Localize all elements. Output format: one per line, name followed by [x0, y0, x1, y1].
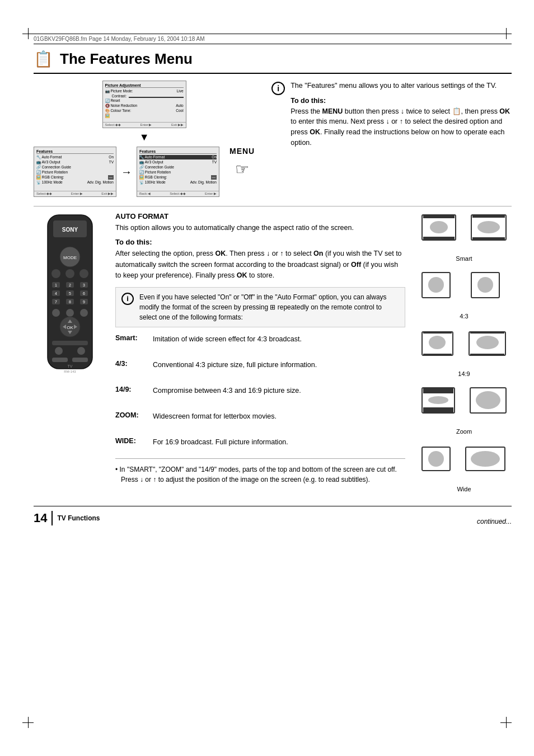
svg-text:OK: OK: [67, 325, 73, 330]
svg-text:9: 9: [83, 300, 85, 304]
down-arrow-1: ▼: [139, 132, 149, 143]
svg-point-36: [55, 347, 63, 355]
svg-point-51: [428, 277, 444, 293]
zoom-svg: [421, 385, 508, 427]
smart-svg: [421, 212, 508, 254]
format-desc-43: Conventional 4:3 picture size, full pict…: [153, 359, 405, 370]
crosshair-bl: [22, 717, 34, 728]
menu-label: MENU: [229, 147, 255, 156]
crosshair-br: [500, 717, 512, 728]
zoom-label: Zoom: [456, 428, 472, 435]
format-row-zoom: ZOOM: Widescreen format for letterbox mo…: [115, 410, 405, 427]
svg-text:RM-143: RM-143: [64, 370, 76, 373]
svg-text:SONY: SONY: [62, 227, 78, 233]
info-icon: i: [271, 82, 285, 95]
auto-format-heading: AUTO FORMAT: [115, 212, 405, 220]
svg-point-65: [428, 396, 448, 404]
screen-title-1: Picture Adjustment: [105, 83, 184, 88]
format-row-smart: Smart: Imitation of wide screen effect f…: [115, 333, 405, 350]
page: 01GBKV29FQ86B.fm Page 14 Monday, Februar…: [0, 0, 534, 756]
page-number: 14: [34, 511, 53, 525]
format-row-wide: WIDE: For 16:9 broadcast. Full picture i…: [115, 436, 405, 453]
features-screen-left: Features 🔧 Auto FormatOn 📺 AV3 OutputTV …: [34, 147, 116, 197]
svg-text:2: 2: [69, 283, 71, 287]
svg-rect-48: [472, 237, 505, 240]
format-img-43: 4:3: [416, 270, 512, 320]
format-img-zoom: Zoom: [416, 385, 512, 435]
svg-text:7: 7: [55, 300, 57, 304]
svg-rect-60: [470, 354, 504, 355]
svg-rect-59: [470, 332, 504, 334]
svg-text:8: 8: [69, 300, 71, 304]
svg-rect-44: [423, 237, 455, 240]
svg-point-7: [79, 269, 88, 278]
press-text: Press ↓ or ↑ to adjust the position of t…: [115, 476, 370, 483]
bottom-note: • In "SMART", "ZOOM" and "14/9" modes, p…: [115, 458, 405, 485]
format-name-43: 4/3:: [115, 359, 146, 368]
crosshair-tl: [22, 28, 34, 39]
note-box: i Even if you have selected "On" or "Off…: [115, 287, 405, 327]
bottom-note-text: • In "SMART", "ZOOM" and "14/9" modes, p…: [115, 466, 397, 483]
svg-text:6: 6: [83, 292, 85, 295]
format-img-smart: Smart: [416, 212, 512, 262]
svg-point-45: [430, 221, 448, 233]
do-this-label-2: To do this:: [115, 238, 405, 246]
page-title-row: 📋 The Features Menu: [34, 50, 512, 74]
continued-text: continued...: [477, 518, 512, 525]
svg-point-61: [476, 336, 499, 349]
svg-text:4: 4: [55, 292, 57, 295]
remote-svg: SONY MODE 1 2 3: [39, 212, 101, 374]
meta-line: 01GBKV29FQ86B.fm Page 14 Monday, Februar…: [34, 34, 512, 44]
format-row-149: 14/9: Compromise between 4:3 and 16:9 pi…: [115, 384, 405, 401]
title-icon: 📋: [34, 50, 53, 68]
wide-label: Wide: [457, 486, 471, 492]
svg-point-57: [429, 336, 446, 349]
arrow-right: →: [121, 166, 132, 179]
page-title: The Features Menu: [60, 50, 193, 68]
svg-point-26: [52, 309, 60, 317]
43-svg: [421, 270, 508, 312]
do-this-label: To do this:: [291, 96, 512, 106]
svg-point-27: [66, 309, 74, 317]
svg-text:5: 5: [69, 292, 71, 295]
info-text: The "Features" menu allows you to alter …: [291, 81, 512, 197]
section-divider: [34, 206, 512, 206]
svg-point-53: [477, 277, 493, 293]
do-this-text: Press the MENU button then press ↓ twice…: [291, 107, 510, 147]
format-name-smart: Smart:: [115, 333, 146, 342]
smart-label: Smart: [456, 255, 472, 262]
file-info: 01GBKV29FQ86B.fm Page 14 Monday, Februar…: [34, 36, 205, 42]
format-desc-smart: Imitation of wide screen effect for 4:3 …: [153, 333, 405, 344]
format-img-wide: Wide: [416, 443, 512, 492]
svg-rect-56: [423, 354, 452, 355]
wide-svg: [421, 443, 508, 485]
format-desc-wide: For 16:9 broadcast. Full picture informa…: [153, 436, 405, 447]
features-screen-right: Features 🔧 Auto FormatOn 📺 AV3 OutputTV …: [137, 147, 219, 197]
auto-format-section: SONY MODE 1 2 3: [34, 212, 512, 497]
149-svg: [421, 327, 508, 369]
149-label: 14:9: [458, 370, 470, 377]
format-img-149: 14:9: [416, 327, 512, 377]
svg-point-28: [80, 309, 88, 317]
format-desc-149: Compromise between 4:3 and 16:9 picture …: [153, 384, 405, 396]
hand-icon: ☞: [235, 160, 249, 179]
left-content: AUTO FORMAT This option allows you to au…: [115, 212, 405, 497]
svg-point-6: [65, 269, 74, 278]
svg-point-67: [476, 391, 500, 409]
info-description: The "Features" menu allows you to alter …: [291, 82, 496, 90]
43-label: 4:3: [460, 313, 468, 320]
format-name-zoom: ZOOM:: [115, 410, 146, 419]
format-table: Smart: Imitation of wide screen effect f…: [115, 333, 405, 453]
screens-section: Picture Adjustment 📷 Picture Mode:Live C…: [34, 81, 255, 197]
svg-point-71: [471, 451, 500, 467]
svg-rect-55: [423, 332, 452, 334]
svg-point-37: [77, 347, 85, 355]
note-icon: i: [121, 293, 134, 305]
remote-col: SONY MODE 1 2 3: [34, 212, 106, 497]
svg-point-5: [51, 269, 60, 278]
svg-rect-38: [52, 358, 68, 362]
svg-text:TV: TV: [68, 364, 73, 368]
section-label: TV Functions: [57, 514, 100, 522]
do-this-text-2: After selecting the option, press OK. Th…: [115, 248, 405, 281]
page-footer: 14 TV Functions continued...: [34, 506, 512, 525]
